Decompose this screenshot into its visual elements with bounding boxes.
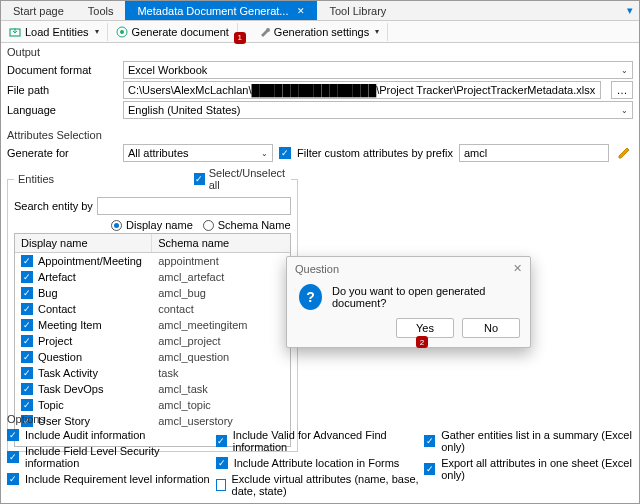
svg-point-2 xyxy=(120,30,124,34)
dialog-message: Do you want to open generated document? xyxy=(332,285,518,309)
tab-tools[interactable]: Tools xyxy=(76,1,126,20)
file-path-field[interactable]: C:\Users\AlexMcLachlan\████████████████\… xyxy=(123,81,601,99)
row-checkbox[interactable] xyxy=(21,287,33,299)
language-label: Language xyxy=(7,104,117,116)
table-row[interactable]: Questionamcl_question xyxy=(15,349,290,365)
opt-reqlevel-label: Include Requirement level information xyxy=(25,473,210,485)
tab-start-page[interactable]: Start page xyxy=(1,1,76,20)
generation-settings-button[interactable]: Generation settings▾ xyxy=(250,23,388,41)
browse-button[interactable]: … xyxy=(611,81,633,99)
col-schema-name[interactable]: Schema name xyxy=(152,234,289,252)
opt-excludevirtual-label: Exclude virtual attributes (name, base, … xyxy=(232,473,425,497)
table-row[interactable]: Contactcontact xyxy=(15,301,290,317)
row-schema: amcl_meetingitem xyxy=(152,317,289,333)
select-all-checkbox[interactable] xyxy=(194,173,205,185)
row-checkbox[interactable] xyxy=(21,367,33,379)
row-display: Contact xyxy=(38,303,76,315)
opt-attrloc-label: Include Attribute location in Forms xyxy=(234,457,400,469)
row-checkbox[interactable] xyxy=(21,351,33,363)
opt-audit-label: Include Audit information xyxy=(25,429,145,441)
search-label: Search entity by xyxy=(14,200,93,212)
generate-for-select[interactable]: All attributes⌄ xyxy=(123,144,273,162)
opt-reqlevel-checkbox[interactable] xyxy=(7,473,19,485)
close-icon[interactable]: ✕ xyxy=(297,6,305,16)
row-schema: amcl_question xyxy=(152,349,289,365)
opt-attrloc-checkbox[interactable] xyxy=(216,457,228,469)
row-checkbox[interactable] xyxy=(21,335,33,347)
load-icon xyxy=(9,26,21,38)
load-entities-button[interactable]: Load Entities▾ xyxy=(1,23,108,41)
table-row[interactable]: Task DevOpsamcl_task xyxy=(15,381,290,397)
opt-summary-label: Gather entities list in a summary (Excel… xyxy=(441,429,633,453)
generate-document-button[interactable]: Generate document xyxy=(108,23,238,41)
opt-onesheet-checkbox[interactable] xyxy=(424,463,435,475)
document-format-select[interactable]: Excel Workbook⌄ xyxy=(123,61,633,79)
caret-down-icon: ▾ xyxy=(95,27,99,36)
row-schema: amcl_task xyxy=(152,381,289,397)
output-group-title: Output xyxy=(1,43,639,60)
table-row[interactable]: Appointment/Meetingappointment xyxy=(15,253,290,269)
language-select[interactable]: English (United States)⌄ xyxy=(123,101,633,119)
table-row[interactable]: Meeting Itemamcl_meetingitem xyxy=(15,317,290,333)
entities-legend: Entities Select/Unselect all xyxy=(14,167,291,191)
filter-prefix-label: Filter custom attributes by prefix xyxy=(297,147,453,159)
opt-summary-checkbox[interactable] xyxy=(424,435,435,447)
table-row[interactable]: Artefactamcl_artefact xyxy=(15,269,290,285)
row-display: Task Activity xyxy=(38,367,98,379)
attributes-group-title: Attributes Selection xyxy=(1,126,639,143)
opt-advfind-label: Include Valid for Advanced Find informat… xyxy=(233,429,425,453)
tab-tool-library[interactable]: Tool Library xyxy=(317,1,398,20)
opt-advfind-checkbox[interactable] xyxy=(216,435,227,447)
no-button[interactable]: No xyxy=(462,318,520,338)
row-display: Bug xyxy=(38,287,58,299)
dialog-title: Question xyxy=(295,263,339,275)
chevron-down-icon: ⌄ xyxy=(621,66,628,75)
row-checkbox[interactable] xyxy=(21,271,33,283)
filter-prefix-input[interactable]: amcl xyxy=(459,144,609,162)
chevron-down-icon: ⌄ xyxy=(621,106,628,115)
select-all-label: Select/Unselect all xyxy=(209,167,287,191)
row-display: Artefact xyxy=(38,271,76,283)
row-display: Task DevOps xyxy=(38,383,103,395)
row-checkbox[interactable] xyxy=(21,255,33,267)
table-row[interactable]: Bugamcl_bug xyxy=(15,285,290,301)
row-checkbox[interactable] xyxy=(21,383,33,395)
row-display: Appointment/Meeting xyxy=(38,255,142,267)
yes-button[interactable]: Yes xyxy=(396,318,454,338)
row-schema: amcl_artefact xyxy=(152,269,289,285)
row-checkbox[interactable] xyxy=(21,303,33,315)
radio-schema-name[interactable]: Schema Name xyxy=(203,219,291,231)
filter-prefix-checkbox[interactable] xyxy=(279,147,291,159)
options-group: Options Include Audit information Includ… xyxy=(7,410,633,499)
tab-metadata-generator[interactable]: Metadata Document Generat...✕ xyxy=(125,1,317,20)
tab-strip: Start page Tools Metadata Document Gener… xyxy=(1,1,639,21)
row-schema: task xyxy=(152,365,289,381)
dialog-close-button[interactable]: ✕ xyxy=(513,262,522,275)
radio-icon xyxy=(111,220,122,231)
caret-down-icon: ▾ xyxy=(375,27,379,36)
generate-for-label: Generate for xyxy=(7,147,117,159)
row-schema: amcl_project xyxy=(152,333,289,349)
opt-excludevirtual-checkbox[interactable] xyxy=(216,479,226,491)
file-path-label: File path xyxy=(7,84,117,96)
search-input[interactable] xyxy=(97,197,291,215)
row-schema: contact xyxy=(152,301,289,317)
row-schema: amcl_bug xyxy=(152,285,289,301)
radio-display-name[interactable]: Display name xyxy=(111,219,193,231)
opt-fieldsec-checkbox[interactable] xyxy=(7,451,19,463)
badge-2: 2 xyxy=(416,336,428,348)
list-header: Display name Schema name xyxy=(15,234,290,253)
chevron-down-icon: ⌄ xyxy=(261,149,268,158)
edit-prefix-button[interactable] xyxy=(615,144,633,162)
col-display-name[interactable]: Display name xyxy=(15,234,152,252)
tab-dropdown-icon[interactable]: ▾ xyxy=(621,1,639,20)
toolbar: Load Entities▾ Generate document 1 Gener… xyxy=(1,21,639,43)
question-dialog: Question ✕ ? Do you want to open generat… xyxy=(286,256,531,348)
opt-audit-checkbox[interactable] xyxy=(7,429,19,441)
table-row[interactable]: Projectamcl_project xyxy=(15,333,290,349)
wrench-icon xyxy=(258,26,270,38)
row-checkbox[interactable] xyxy=(21,319,33,331)
table-row[interactable]: Task Activitytask xyxy=(15,365,290,381)
opt-fieldsec-label: Include Field Level Security information xyxy=(25,445,216,469)
row-schema: appointment xyxy=(152,253,289,269)
